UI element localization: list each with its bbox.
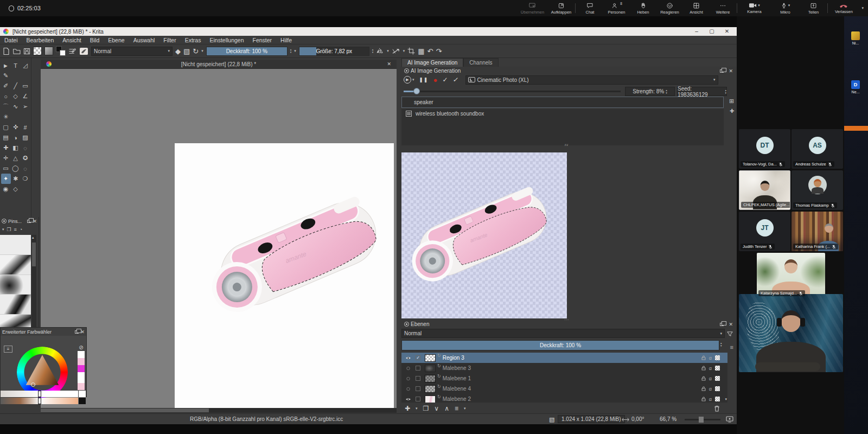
layer-row[interactable]: ↻ Malebene 2 α <box>401 394 727 403</box>
tool-assistants[interactable]: ✛ <box>1 153 11 163</box>
splitter-handle[interactable]: ∧∨ <box>564 143 568 146</box>
collapse-chevron-icon[interactable]: ▾ <box>861 6 864 10</box>
minimize-button[interactable]: – <box>689 27 704 36</box>
inherit-alpha-icon[interactable] <box>715 355 720 360</box>
new-prompt-button[interactable]: ✚ <box>730 108 734 114</box>
scrollbar-thumb[interactable] <box>32 242 36 266</box>
brush-preset-chip-icon[interactable] <box>79 47 88 55</box>
alpha-icon[interactable]: α <box>709 386 712 392</box>
canvas-hscrollbar[interactable] <box>41 408 397 413</box>
tool-ellipse[interactable]: ○ <box>1 91 11 101</box>
color-cursor[interactable] <box>31 382 35 387</box>
float-docker-icon[interactable] <box>27 220 31 223</box>
layer-row[interactable]: ✓ ↻ Region 3 α <box>401 353 727 363</box>
tool-rect-select[interactable]: ▭ <box>1 163 11 174</box>
takeover-button[interactable]: Übernehmen <box>518 0 547 16</box>
more-button[interactable]: Weitere <box>710 0 735 16</box>
chevron-down-icon[interactable]: ▾ <box>416 406 418 411</box>
bar-handle[interactable] <box>38 398 41 404</box>
maximize-button[interactable]: ▢ <box>704 27 719 36</box>
alpha-icon[interactable]: α <box>709 366 712 371</box>
tool-dynamic-brush[interactable]: ➢ <box>21 101 30 112</box>
tab-ai-image-generation[interactable]: AI Image Generation <box>401 58 463 67</box>
lock-icon[interactable] <box>701 397 706 401</box>
brush-settings-icon[interactable] <box>68 48 76 55</box>
layer-properties-button[interactable]: ≡ <box>455 405 458 412</box>
scroll-down-icon[interactable]: ▾ <box>725 397 727 401</box>
brush-preset-thumbnail[interactable] <box>0 255 31 275</box>
seed-spinbox[interactable]: Seed: 1983636129 ▴▾ <box>677 87 727 96</box>
menu-hilfe[interactable]: Hilfe <box>276 37 296 43</box>
participant-tile[interactable]: DT Tolanov-Vogl, Da... <box>739 129 790 169</box>
lock-icon[interactable] <box>701 355 706 360</box>
tool-polygon[interactable]: ◇ <box>11 91 21 101</box>
open-document-icon[interactable] <box>12 48 21 55</box>
menu-filter[interactable]: Filter <box>159 37 180 43</box>
strength-slider[interactable] <box>404 87 621 95</box>
desktop-shortcut[interactable]: D Ne... <box>847 80 864 94</box>
blend-mode-select[interactable]: Normal ▾ <box>91 47 173 56</box>
desktop-shortcut[interactable]: Ni... <box>847 31 864 45</box>
participant-tile-video[interactable]: CHLPEK,MATUS (Agile... <box>739 170 790 210</box>
tag-filter-icon[interactable]: ❐ <box>7 227 11 232</box>
history-swatch[interactable] <box>78 372 85 383</box>
share-button[interactable]: Teilen <box>801 0 826 16</box>
preview-resize-handle[interactable]: ⋯ <box>564 317 569 322</box>
move-layer-down-button[interactable]: ∨ <box>434 405 439 412</box>
tool-ellipse-select[interactable]: ◯ <box>11 163 21 174</box>
add-region-button[interactable]: ⊞ <box>729 98 734 105</box>
record-live-button[interactable]: ● <box>433 76 438 84</box>
chevron-down-icon[interactable]: ▾ <box>464 406 466 411</box>
layer-blend-mode-select[interactable]: Normal ▾ <box>401 329 725 338</box>
chevron-down-icon[interactable]: ▾ <box>758 3 760 8</box>
layer-opacity-slider[interactable]: Deckkraft: 100 % <box>401 340 719 350</box>
style-preset-select[interactable]: Cinematic Photo (XL) ▾ <box>465 75 718 85</box>
tool-calligraphy[interactable]: ✎ <box>1 71 11 81</box>
tool-fill[interactable]: ◧ <box>11 143 21 153</box>
zoom-slider[interactable] <box>685 419 720 420</box>
scrollbar-thumb[interactable] <box>41 409 209 412</box>
grid-icon[interactable]: ▦ <box>418 48 424 55</box>
shade-bar[interactable] <box>1 398 78 404</box>
zoom-slider-thumb[interactable] <box>699 417 704 423</box>
tool-text[interactable]: T <box>11 60 21 71</box>
tool-move[interactable]: ✜ <box>11 122 21 132</box>
wrap-around-icon[interactable] <box>392 48 400 55</box>
selection-status-icon[interactable]: ▧ <box>549 416 554 423</box>
tab-channels[interactable]: Channels <box>463 58 498 67</box>
menu-ansicht[interactable]: Ansicht <box>58 37 85 43</box>
mic-button[interactable]: ▾ Mikro <box>771 0 799 16</box>
brush-size-slider[interactable]: Größe: 7,82 px <box>299 47 369 56</box>
chevron-down-icon[interactable]: ▾ <box>2 227 4 232</box>
duplicate-layer-button[interactable]: ❐ <box>423 405 429 412</box>
people-button[interactable]: 8 Personen <box>604 0 629 16</box>
layer-properties-icon[interactable]: ≡ <box>730 344 733 350</box>
chevron-down-icon[interactable]: ▾ <box>387 49 389 53</box>
tool-magnetic-select[interactable]: ◉ <box>1 184 11 194</box>
camera-button[interactable]: ▾ Kamera <box>739 0 769 16</box>
layer-checkbox[interactable] <box>416 376 420 381</box>
layer-checkbox[interactable] <box>416 386 420 391</box>
generate-button[interactable]: ▶ ▾ <box>404 76 414 84</box>
value-bar[interactable] <box>1 391 78 397</box>
leave-button[interactable]: Verlassen <box>829 0 858 16</box>
chevron-down-icon[interactable]: ▾ <box>403 49 405 53</box>
undo-icon[interactable]: ↶ <box>427 48 433 55</box>
preserve-alpha-icon[interactable]: ▧ <box>183 48 190 55</box>
no-color-icon[interactable]: ⊘ <box>78 344 85 351</box>
tool-bezier[interactable]: ⌒ <box>1 101 11 112</box>
react-button[interactable]: Reagieren <box>657 0 682 16</box>
opacity-spinner[interactable]: ▴▾ <box>290 48 292 54</box>
layer-checkbox[interactable]: ✓ <box>416 355 420 360</box>
redo-icon[interactable]: ↷ <box>436 48 442 55</box>
tool-measure[interactable]: △ <box>11 153 21 163</box>
crop-icon[interactable] <box>407 47 415 55</box>
tool-edit-shapes[interactable]: ◿ <box>21 60 30 71</box>
view-button[interactable]: Ansicht <box>684 0 709 16</box>
bar-handle[interactable] <box>38 391 41 397</box>
layer-checkbox[interactable] <box>416 397 420 401</box>
size-spinner[interactable]: ▴▾ <box>372 48 374 54</box>
layer-checkbox[interactable] <box>416 366 420 371</box>
tool-freehand-brush[interactable]: ✐ <box>1 81 11 91</box>
layer-filter-icon[interactable] <box>727 331 733 337</box>
